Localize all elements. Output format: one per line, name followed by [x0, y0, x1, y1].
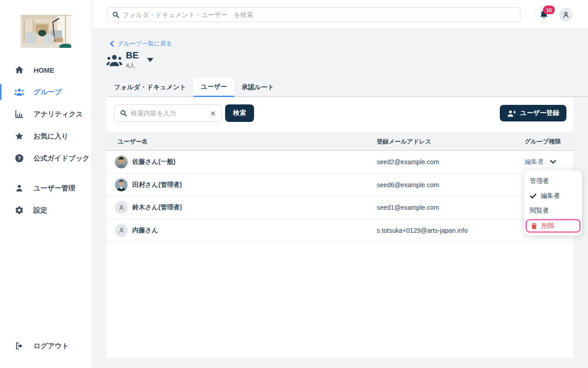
- sidebar-item-label: アナリティクス: [34, 110, 83, 119]
- users-panel: ✕ 検索 ユーザー登録 ユーザー名 登録メールアドレス グループ権限: [107, 97, 573, 358]
- column-header-username: ユーザー名: [118, 138, 148, 146]
- svg-text:?: ?: [17, 155, 21, 161]
- account-menu-button[interactable]: [559, 8, 573, 22]
- tab-folders-documents[interactable]: フォルダ・ドキュメント: [107, 78, 193, 96]
- search-icon: [112, 11, 119, 18]
- table-row: 鈴木さん(管理者) seed1@example.com: [107, 196, 573, 219]
- tab-label: フォルダ・ドキュメント: [114, 83, 186, 92]
- global-search: [107, 7, 520, 22]
- tab-approval-routes[interactable]: 承認ルート: [234, 78, 282, 96]
- bar-chart-icon: [14, 109, 24, 119]
- user-icon: [14, 183, 24, 193]
- chevron-down-icon: [550, 160, 556, 164]
- notification-count: 10: [546, 7, 552, 13]
- global-search-input[interactable]: [123, 11, 515, 18]
- group-actions-caret[interactable]: [147, 58, 153, 62]
- group-name: BE: [126, 50, 139, 61]
- chevron-left-icon: [109, 40, 114, 47]
- company-logo[interactable]: [21, 15, 71, 48]
- sidebar-bottom: ログアウト: [0, 335, 91, 357]
- table-row: 佐藤さん(一般) seed2@example.com 編集者: [107, 151, 573, 174]
- nav-group-spacer: [0, 169, 91, 177]
- tab-users[interactable]: ユーザー: [193, 78, 234, 97]
- search-button[interactable]: 検索: [225, 104, 254, 122]
- sidebar-item-guidebook[interactable]: ? 公式ガイドブック: [0, 147, 91, 169]
- sidebar-item-analytics[interactable]: アナリティクス: [0, 103, 91, 125]
- sidebar-item-label: お気に入り: [34, 132, 68, 141]
- sidebar-item-user-management[interactable]: ユーザー管理: [0, 177, 91, 199]
- menu-item-label: 管理者: [530, 177, 549, 185]
- sidebar-item-label: HOME: [34, 66, 54, 74]
- users-icon: [14, 87, 24, 97]
- back-to-groups-link[interactable]: グループ一覧に戻る: [109, 40, 172, 48]
- sidebar-item-label: 設定: [34, 206, 47, 215]
- sidebar-item-label: グループ: [34, 88, 62, 97]
- avatar-placeholder-icon: [115, 224, 128, 237]
- user-search-input[interactable]: [131, 109, 195, 117]
- user-name: 佐藤さん(一般): [132, 158, 175, 166]
- tab-label: 承認ルート: [242, 83, 274, 92]
- table-row: 内藤さん s.totsuka+0129@arts-japan.info: [107, 219, 573, 242]
- gear-icon: [14, 205, 24, 215]
- question-circle-icon: ?: [14, 153, 24, 163]
- tab-bar: フォルダ・ドキュメント ユーザー 承認ルート: [107, 78, 588, 97]
- user-plus-icon: [507, 109, 516, 117]
- check-icon: [530, 193, 537, 199]
- menu-item-viewer[interactable]: 閲覧者: [524, 203, 582, 218]
- avatar: [115, 155, 128, 168]
- group-member-count: 4人: [126, 62, 139, 70]
- user-email: seed2@example.com: [377, 151, 439, 173]
- sidebar-item-groups[interactable]: グループ: [0, 81, 91, 103]
- permission-menu: 管理者 編集者 閲覧者 削除: [524, 170, 582, 236]
- sidebar-item-home[interactable]: HOME: [0, 59, 91, 81]
- avatar: [115, 178, 128, 191]
- user-cell: 佐藤さん(一般): [115, 151, 175, 173]
- menu-item-label: 編集者: [541, 192, 560, 200]
- group-users-icon: [107, 53, 122, 67]
- user-email: s.totsuka+0129@arts-japan.info: [377, 219, 468, 242]
- menu-item-label: 閲覧者: [530, 207, 549, 215]
- user-cell: 鈴木さん(管理者): [115, 196, 182, 219]
- menu-item-admin[interactable]: 管理者: [524, 174, 582, 189]
- user-name: 内藤さん: [132, 226, 158, 235]
- user-name: 田村さん(管理者): [132, 181, 182, 189]
- sidebar-item-label: 公式ガイドブック: [34, 154, 90, 163]
- sidebar-item-settings[interactable]: 設定: [0, 199, 91, 221]
- user-email: seed1@example.com: [377, 196, 439, 219]
- topbar: 10: [92, 0, 588, 29]
- table-body: 佐藤さん(一般) seed2@example.com 編集者: [107, 151, 573, 242]
- user-name: 鈴木さん(管理者): [132, 203, 182, 212]
- logout-icon: [14, 341, 24, 351]
- register-button-label: ユーザー登録: [520, 109, 559, 117]
- star-icon: [14, 131, 24, 141]
- menu-item-delete[interactable]: 削除: [526, 219, 581, 233]
- delete-label: 削除: [542, 222, 554, 230]
- sidebar-item-label: ユーザー管理: [34, 184, 75, 193]
- permission-value: 編集者: [525, 158, 544, 166]
- column-header-permission: グループ権限: [525, 138, 561, 146]
- table-row: 田村さん(管理者) seed6@example.com: [107, 174, 573, 197]
- user-email: seed6@example.com: [377, 174, 439, 196]
- user-search-box: ✕: [114, 104, 222, 122]
- notification-badge: 10: [543, 6, 555, 14]
- logout-button[interactable]: ログアウト: [0, 335, 91, 357]
- home-icon: [14, 65, 24, 75]
- register-user-button[interactable]: ユーザー登録: [500, 105, 566, 121]
- user-cell: 内藤さん: [115, 219, 158, 242]
- menu-item-editor[interactable]: 編集者: [524, 189, 582, 203]
- user-cell: 田村さん(管理者): [115, 174, 182, 196]
- clear-search-icon[interactable]: ✕: [210, 110, 216, 117]
- tab-label: ユーザー: [201, 83, 227, 91]
- logout-label: ログアウト: [34, 342, 69, 351]
- sidebar: HOME グループ ア: [0, 0, 92, 368]
- group-header: BE 4人: [107, 50, 153, 70]
- main-content: グループ一覧に戻る BE 4人 フォルダ・ドキュメント ユーザー 承認ルート: [92, 29, 588, 368]
- sidebar-nav: HOME グループ ア: [0, 59, 91, 221]
- back-link-label: グループ一覧に戻る: [118, 40, 172, 48]
- office-photo-illustration: [21, 15, 71, 48]
- app-window: HOME グループ ア: [0, 0, 588, 368]
- avatar-placeholder-icon: [115, 201, 128, 214]
- table-header: ユーザー名 登録メールアドレス グループ権限: [107, 132, 573, 151]
- search-icon: [120, 109, 127, 117]
- sidebar-item-favorites[interactable]: お気に入り: [0, 125, 91, 147]
